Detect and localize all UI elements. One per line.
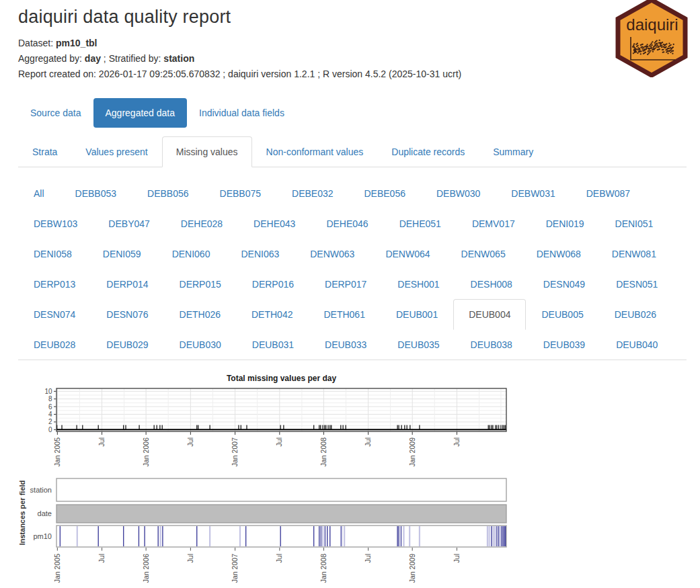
- station-tab-dehe051[interactable]: DEHE051: [384, 208, 457, 239]
- svg-text:Jul: Jul: [275, 554, 283, 562]
- subtab-non-conformant-values[interactable]: Non-conformant values: [252, 136, 378, 167]
- aggregated-by-value: day: [85, 53, 101, 64]
- field-row-pm10: pm10: [33, 526, 506, 547]
- station-tab-item: DEBW087: [571, 178, 646, 208]
- subtab-strata[interactable]: Strata: [18, 136, 71, 167]
- station-tab-derp016[interactable]: DERP016: [237, 269, 309, 300]
- station-tab-debw030[interactable]: DEBW030: [421, 178, 496, 209]
- station-tab-item: DEUB033: [309, 329, 382, 360]
- dataset-line: Dataset: pm10_tbl: [18, 38, 687, 48]
- station-tab-deub033[interactable]: DEUB033: [309, 329, 382, 360]
- station-tab-denw068[interactable]: DENW068: [521, 239, 596, 269]
- station-tab-item: DETH061: [308, 299, 380, 329]
- station-tab-deub005[interactable]: DEUB005: [526, 299, 598, 330]
- station-tab-debe032[interactable]: DEBE032: [276, 178, 348, 209]
- subtab-summary[interactable]: Summary: [479, 136, 547, 167]
- station-tab-debw103[interactable]: DEBW103: [18, 208, 93, 239]
- station-tab-deub028[interactable]: DEUB028: [18, 329, 91, 360]
- svg-text:pm10: pm10: [33, 532, 52, 540]
- station-tab-debb053[interactable]: DEBB053: [60, 178, 132, 209]
- station-tab-all[interactable]: All: [18, 178, 60, 209]
- station-tab-deby047[interactable]: DEBY047: [93, 208, 165, 239]
- report-header: daiquiri data quality report Dataset: pm…: [18, 0, 687, 79]
- station-tab-denw063[interactable]: DENW063: [295, 239, 370, 269]
- daiquiri-logo: daiquiri: [614, 0, 689, 77]
- dataset-label: Dataset:: [18, 38, 56, 48]
- station-tab-deub031[interactable]: DEUB031: [237, 329, 309, 360]
- svg-text:Jan 2006: Jan 2006: [142, 437, 150, 466]
- station-tab-deni063[interactable]: DENI063: [225, 239, 295, 269]
- station-tab-deni051[interactable]: DENI051: [600, 208, 669, 239]
- station-tab-item: DEUB035: [382, 329, 455, 360]
- station-tab-item: DEBE056: [349, 178, 421, 208]
- station-tab-desn051[interactable]: DESN051: [600, 269, 673, 300]
- station-tab-denw081[interactable]: DENW081: [596, 239, 672, 269]
- station-tab-derp013[interactable]: DERP013: [18, 269, 91, 300]
- station-tab-derp014[interactable]: DERP014: [91, 269, 163, 300]
- main-tab-aggregated-data[interactable]: Aggregated data: [93, 98, 188, 128]
- svg-text:Jan 2006: Jan 2006: [142, 554, 150, 583]
- instances-per-field-chart: stationdatepm10Instances per fieldJan 20…: [18, 474, 516, 588]
- total-missing-values-per-day-chart: 0246810Jan 2005JulJan 2006JulJan 2007Jul…: [18, 384, 516, 473]
- station-tab-item: DETH026: [164, 299, 236, 329]
- main-tab-individual-data-fields[interactable]: Individual data fields: [187, 98, 297, 128]
- station-tab-deni019[interactable]: DENI019: [531, 208, 600, 239]
- station-tab-deth042[interactable]: DETH042: [236, 299, 308, 330]
- station-tab-denw064[interactable]: DENW064: [370, 239, 445, 269]
- svg-text:Jan 2008: Jan 2008: [319, 437, 327, 466]
- station-tab-deth026[interactable]: DETH026: [164, 299, 236, 330]
- station-tab-deub030[interactable]: DEUB030: [164, 329, 237, 360]
- svg-text:Instances per field: Instances per field: [18, 480, 26, 546]
- station-tab-deub029[interactable]: DEUB029: [91, 329, 163, 360]
- station-tab-deni059[interactable]: DENI059: [87, 239, 157, 269]
- station-tab-item: DERP013: [18, 269, 91, 299]
- station-tab-dehe046[interactable]: DEHE046: [311, 208, 383, 239]
- station-tab-demv017[interactable]: DEMV017: [457, 208, 531, 239]
- station-tab-deub039[interactable]: DEUB039: [528, 329, 600, 360]
- station-tab-item: DENI051: [600, 208, 669, 239]
- subtab-item: Values present: [71, 136, 161, 167]
- station-tab-deth061[interactable]: DETH061: [308, 299, 380, 330]
- subtab-values-present[interactable]: Values present: [71, 136, 161, 167]
- station-tab-debb056[interactable]: DEBB056: [132, 178, 204, 209]
- y-axis: 0246810: [44, 388, 56, 433]
- station-tab-dehe043[interactable]: DEHE043: [238, 208, 311, 239]
- station-tab-deni060[interactable]: DENI060: [157, 239, 226, 269]
- station-tab-denw065[interactable]: DENW065: [446, 239, 521, 269]
- station-tab-deub035[interactable]: DEUB035: [382, 329, 455, 360]
- aggregated-by-label: Aggregated by:: [18, 53, 85, 64]
- station-tab-deub040[interactable]: DEUB040: [600, 329, 673, 360]
- station-tab-item: DEHE046: [311, 208, 383, 239]
- station-tab-derp015[interactable]: DERP015: [164, 269, 237, 300]
- station-tab-item: DENW065: [446, 239, 521, 269]
- station-tab-item: DESN049: [528, 269, 600, 299]
- main-tabs: Source dataAggregated dataIndividual dat…: [18, 98, 687, 128]
- subtab-missing-values[interactable]: Missing values: [162, 136, 252, 167]
- station-tab-desh001[interactable]: DESH001: [382, 269, 455, 300]
- station-tab-deni058[interactable]: DENI058: [18, 239, 87, 269]
- station-tab-debe056[interactable]: DEBE056: [349, 178, 421, 209]
- station-tab-item: DESN074: [18, 299, 91, 329]
- station-tab-deub001[interactable]: DEUB001: [381, 299, 453, 330]
- station-tab-desn074[interactable]: DESN074: [18, 299, 91, 330]
- dataset-value: pm10_tbl: [56, 38, 97, 48]
- station-tab-dehe028[interactable]: DEHE028: [165, 208, 238, 239]
- station-tab-debw031[interactable]: DEBW031: [496, 178, 570, 209]
- station-tab-item: DEBW030: [421, 178, 496, 208]
- station-tab-desh008[interactable]: DESH008: [455, 269, 528, 300]
- subtab-duplicate-records[interactable]: Duplicate records: [377, 136, 479, 167]
- main-tab-source-data[interactable]: Source data: [18, 98, 93, 128]
- svg-text:Jul: Jul: [98, 437, 106, 446]
- station-tab-debb075[interactable]: DEBB075: [204, 178, 276, 209]
- station-tab-derp017[interactable]: DERP017: [309, 269, 382, 300]
- station-tab-desn076[interactable]: DESN076: [91, 299, 163, 330]
- station-tab-desn049[interactable]: DESN049: [528, 269, 600, 300]
- station-tab-deub004[interactable]: DEUB004: [453, 299, 526, 330]
- station-tab-debw087[interactable]: DEBW087: [571, 178, 646, 209]
- station-tab-item: All: [18, 178, 60, 208]
- station-tab-deub026[interactable]: DEUB026: [599, 299, 672, 330]
- station-tab-item: DEUB029: [91, 329, 163, 360]
- station-tab-item: DEHE028: [165, 208, 238, 239]
- station-tab-deub038[interactable]: DEUB038: [455, 329, 528, 360]
- subtab-item: Non-conformant values: [252, 136, 378, 167]
